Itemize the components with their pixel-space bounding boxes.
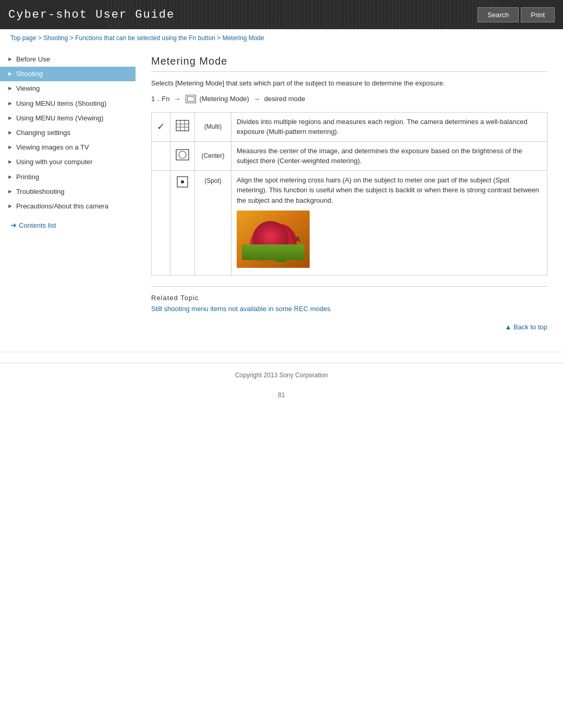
- spot-photo-svg: A: [237, 211, 310, 268]
- check-cell: ✓: [152, 112, 170, 141]
- multi-label: (Multi): [195, 112, 231, 141]
- center-icon-cell: [170, 141, 195, 170]
- sidebar-item-with-computer[interactable]: ► Using with your computer: [0, 155, 136, 169]
- multi-icon-cell: [170, 112, 195, 141]
- instruction-step: 1．Fn → (Metering Mode) → desired mode: [151, 94, 547, 104]
- check-cell-empty: [152, 141, 170, 170]
- related-topic-title: Related Topic: [151, 294, 547, 302]
- description-text: Selects [Metering Mode] that sets which …: [151, 78, 547, 89]
- layout: ► Before Use ► Shooting ► Viewing ► Usin…: [0, 47, 563, 347]
- breadcrumb-functions[interactable]: Functions that can be selected using the…: [75, 34, 215, 42]
- spot-metering-icon: [177, 176, 188, 188]
- arrow-icon: ►: [7, 100, 13, 107]
- back-to-top-link[interactable]: ▲ Back to top: [505, 323, 547, 331]
- sidebar-item-before-use[interactable]: ► Before Use: [0, 52, 136, 67]
- sidebar-item-label: Printing: [16, 172, 130, 182]
- svg-rect-19: [259, 230, 282, 249]
- related-topic: Related Topic Still shooting menu items …: [151, 286, 547, 313]
- svg-point-6: [179, 151, 186, 158]
- sidebar-item-label: Troubleshooting: [16, 187, 130, 196]
- sidebar-item-printing[interactable]: ► Printing: [0, 170, 136, 184]
- breadcrumb-shooting[interactable]: Shooting: [43, 34, 68, 42]
- sidebar-item-viewing[interactable]: ► Viewing: [0, 81, 136, 96]
- sidebar-item-label: Using MENU items (Viewing): [16, 114, 130, 123]
- breadcrumb-top[interactable]: Top page: [10, 34, 36, 42]
- table-row: (Spot) Align the spot metering cross hai…: [152, 170, 547, 275]
- sidebar-item-label: Shooting: [16, 69, 130, 79]
- sidebar-item-label: Precautions/About this camera: [16, 202, 130, 211]
- arrow-icon: ►: [7, 188, 13, 195]
- arrow-right-icon: ➔: [10, 221, 17, 229]
- contents-list-label: Contents list: [19, 221, 56, 229]
- arrow-icon: ►: [7, 70, 13, 78]
- table-row: (Center) Measures the center of the imag…: [152, 141, 547, 170]
- page-number: 81: [0, 387, 563, 403]
- arrow-icon: ►: [7, 158, 13, 166]
- metering-table: ✓ (Multi) Divides into multiple regions …: [151, 112, 547, 276]
- svg-rect-0: [176, 120, 189, 131]
- sidebar-item-menu-shooting[interactable]: ► Using MENU items (Shooting): [0, 96, 136, 111]
- sidebar-item-label: Using MENU items (Shooting): [16, 99, 130, 108]
- svg-point-8: [181, 180, 184, 183]
- main-content: Metering Mode Selects [Metering Mode] th…: [136, 47, 563, 347]
- arrow-icon: ►: [7, 202, 13, 210]
- print-button[interactable]: Print: [521, 7, 555, 22]
- related-topic-link[interactable]: Still shooting menu items not available …: [151, 305, 331, 313]
- arrow-icon: ►: [7, 84, 13, 92]
- sidebar-item-precautions[interactable]: ► Precautions/About this camera: [0, 199, 136, 214]
- metering-mode-icon: [186, 95, 196, 103]
- arrow-icon: ►: [7, 173, 13, 181]
- search-button[interactable]: Search: [478, 7, 519, 22]
- instruction-prefix: 1．Fn: [151, 94, 169, 104]
- page-title: Metering Mode: [151, 55, 547, 72]
- multi-metering-icon: [176, 120, 189, 131]
- sidebar-item-menu-viewing[interactable]: ► Using MENU items (Viewing): [0, 111, 136, 126]
- sidebar-item-label: Viewing images on a TV: [16, 143, 130, 152]
- copyright: Copyright 2013 Sony Corporation: [235, 372, 328, 379]
- arrow-icon: ►: [7, 55, 13, 63]
- breadcrumb-current: Metering Mode: [223, 34, 264, 42]
- sidebar-item-changing-settings[interactable]: ► Changing settings: [0, 126, 136, 140]
- header: Cyber-shot User Guide Search Print: [0, 0, 563, 29]
- sidebar-item-label: Using with your computer: [16, 157, 130, 167]
- svg-point-14: [262, 228, 279, 241]
- check-cell-spot: [152, 170, 170, 275]
- header-buttons: Search Print: [478, 7, 555, 22]
- table-row: ✓ (Multi) Divides into multiple regions …: [152, 112, 547, 141]
- center-metering-icon: [176, 149, 189, 161]
- svg-point-18: [266, 233, 275, 240]
- footer-divider: [0, 352, 563, 352]
- arrow-icon-1: →: [174, 95, 180, 103]
- svg-text:A: A: [295, 235, 300, 243]
- contents-list-link[interactable]: ➔ Contents list: [0, 217, 136, 233]
- sidebar-item-label: Changing settings: [16, 128, 130, 138]
- sidebar-item-shooting[interactable]: ► Shooting: [0, 67, 136, 81]
- spot-description: Align the spot metering cross hairs (A) …: [231, 170, 547, 275]
- center-label: (Center): [195, 141, 231, 170]
- spot-icon-cell: [170, 170, 195, 275]
- svg-point-16: [265, 232, 283, 246]
- breadcrumb: Top page > Shooting > Functions that can…: [0, 29, 563, 47]
- svg-point-15: [258, 232, 275, 246]
- sidebar-item-troubleshooting[interactable]: ► Troubleshooting: [0, 184, 136, 199]
- footer: Copyright 2013 Sony Corporation: [0, 363, 563, 387]
- center-description: Measures the center of the image, and de…: [231, 141, 547, 170]
- arrow-icon: ►: [7, 129, 13, 137]
- sidebar-item-label: Viewing: [16, 84, 130, 93]
- arrow-icon: ►: [7, 114, 13, 122]
- spot-image-container: A: [237, 211, 310, 268]
- sidebar-item-label: Before Use: [16, 55, 130, 64]
- spot-photo: A: [237, 211, 310, 268]
- sidebar: ► Before Use ► Shooting ► Viewing ► Usin…: [0, 47, 136, 347]
- multi-description: Divides into multiple regions and measur…: [231, 112, 547, 141]
- back-to-top-row: ▲ Back to top: [151, 318, 547, 336]
- arrow-icon: ►: [7, 143, 13, 151]
- checkmark-icon: ✓: [157, 121, 165, 132]
- instruction-suffix: desired mode: [264, 95, 305, 103]
- app-title: Cyber-shot User Guide: [8, 8, 175, 21]
- svg-point-17: [264, 238, 277, 246]
- arrow-icon-2: →: [253, 95, 260, 103]
- svg-point-13: [259, 228, 282, 247]
- instruction-mode-text: (Metering Mode): [199, 95, 249, 103]
- sidebar-item-viewing-tv[interactable]: ► Viewing images on a TV: [0, 140, 136, 155]
